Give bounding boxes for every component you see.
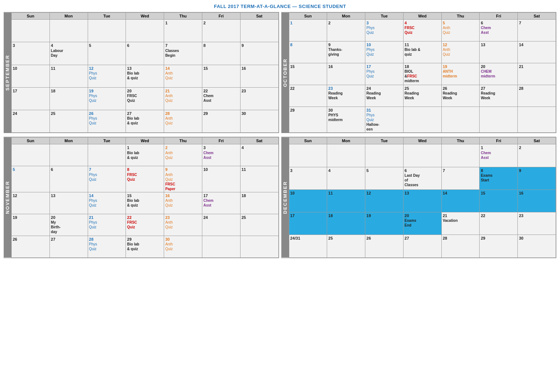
november-table: Sun Mon Tue Wed Thu Fri Sat [11,137,279,257]
cell-oct25: 25ReadingWeek [403,85,441,107]
cell-nov1: 1Bio lab& quiz [126,144,164,166]
cell-nov9: 9AnthQuizFRSCPaper [164,166,202,192]
col-sat: Sat [518,137,556,144]
november-block: NOVEMBER Sun Mon Tue Wed Thu Fri Sat [4,137,279,258]
cell-oct7: 7 [518,20,556,41]
cell-dec15: 15 [480,189,518,212]
cell-oct26: 26ReadingWeek [441,85,480,107]
cell-sep24: 24 [12,110,50,133]
cell-empty [240,20,278,42]
cell-empty [12,144,50,166]
october-table: Sun Mon Tue Wed Thu Fri Sat 1 2 [289,12,556,133]
cell-oct24: 24ReadingWeek [365,85,404,107]
col-wed: Wed [126,137,164,144]
cell-empty [12,20,50,42]
cell-nov12: 12 [12,192,50,214]
cell-sep5: 5 [88,42,126,65]
cell-sep12: 12PhysQuiz [88,65,126,87]
col-sat: Sat [518,13,556,20]
cell-dec19: 19 [365,212,404,235]
cell-sep28: 28AnthQuiz [164,110,202,133]
cell-dec7: 7 [441,167,480,189]
table-row: 1 2 [12,20,279,42]
cell-sep4: 4LabourDay [49,42,88,65]
cell-sep20: 20FRSCQuiz [126,87,164,110]
col-mon: Mon [49,137,88,144]
table-row: 10 11 12PhysQuiz 13Bio lab& quiz 14AnthQ… [12,65,279,87]
col-tue: Tue [365,13,404,20]
col-wed: Wed [403,13,441,20]
col-thu: Thu [441,137,480,144]
cell-sep22: 22ChemAsst [202,87,240,110]
cell-sep9: 9 [240,42,278,65]
cell-sep2: 2 [202,20,240,42]
december-block: DECEMBER Sun Mon Tue Wed Thu Fri Sat [281,137,557,258]
cell-oct12: 12AnthQuiz [441,41,480,63]
cell-dec11: 11 [327,189,365,212]
cell-empty [49,144,88,166]
col-thu: Thu [164,137,202,144]
col-fri: Fri [202,13,240,20]
col-thu: Thu [441,13,480,20]
table-row: 15 16 17PhysQuiz 18BIOL&FRSCmidterm 19AN… [289,63,556,85]
cell-dec2431: 24/31 [289,235,327,257]
cell-dec6: 6Last DayofClasses [403,167,441,189]
cell-oct16: 16 [327,63,365,85]
cell-empty [403,107,441,133]
table-row: 26 27 28PhysQuiz 29Bio lab& quiz 30AnthQ… [12,236,279,257]
cell-empty [327,144,365,167]
cell-empty [289,144,327,167]
cell-nov14: 14PhysQuiz [88,192,126,214]
cell-dec26: 26 [365,235,404,257]
cell-nov6: 6 [49,166,88,192]
cell-empty [126,20,164,42]
cell-oct11: 11Bio lab &quiz [403,41,441,63]
cell-dec21: 21Vacation [441,212,480,235]
cell-oct5: 5AnthQuiz [441,20,480,41]
cell-dec5: 5 [365,167,404,189]
cell-oct6: 6ChemAsst [480,20,518,41]
december-table: Sun Mon Tue Wed Thu Fri Sat [289,137,556,257]
col-fri: Fri [202,137,240,144]
cell-nov17: 17ChemAsst [202,192,240,214]
cell-nov3: 3ChemAsst [202,144,240,166]
cell-empty [441,144,480,167]
cell-sep27: 27Bio lab& quiz [126,110,164,133]
col-sun: Sun [289,137,327,144]
cell-sep1: 1 [164,20,202,42]
cell-empty [88,20,126,42]
cell-dec27: 27 [403,235,441,257]
col-thu: Thu [164,13,202,20]
col-sun: Sun [289,13,327,20]
cell-nov13: 13 [49,192,88,214]
table-row: 29 30PHYSmidterm 31PhysQuizHallow-een [289,107,556,133]
cell-sep13: 13Bio lab& quiz [126,65,164,87]
cell-empty [518,107,556,133]
cell-oct28: 28 [518,85,556,107]
cell-sep6: 6 [126,42,164,65]
calendars-wrapper: SEPTEMBER Sun Mon Tue Wed Thu Fri Sat [4,12,556,258]
cell-nov30: 30AnthQuiz [164,236,202,257]
cell-empty [441,107,480,133]
cell-nov2: 2AnthQuiz [164,144,202,166]
cell-sep26: 26PhysQuiz [88,110,126,133]
cell-nov10: 10 [202,166,240,192]
row-sept-oct: SEPTEMBER Sun Mon Tue Wed Thu Fri Sat [4,12,556,133]
cell-empty [240,236,278,257]
col-tue: Tue [88,137,126,144]
cell-sep7: 7ClassesBegin [164,42,202,65]
cell-dec28: 28 [441,235,480,257]
page-title: FALL 2017 TERM-AT-A-GLANCE — SCIENCE STU… [4,4,556,9]
cell-nov23: 23AnthQuiz [164,214,202,236]
cell-nov5: 5 [12,166,50,192]
cell-dec16: 16 [518,189,556,212]
cell-dec9: 9 [518,167,556,189]
cell-nov28: 28PhysQuiz [88,236,126,257]
table-row: 22 23ReadingWeek 24ReadingWeek 25Reading… [289,85,556,107]
october-block: OCTOBER Sun Mon Tue Wed Thu Fri Sat [281,12,557,133]
cell-sep18: 18 [49,87,88,110]
cell-dec3: 3 [289,167,327,189]
cell-sep3: 3 [12,42,50,65]
cell-sep19: 19PhysQuiz [88,87,126,110]
cell-dec23: 23 [518,212,556,235]
